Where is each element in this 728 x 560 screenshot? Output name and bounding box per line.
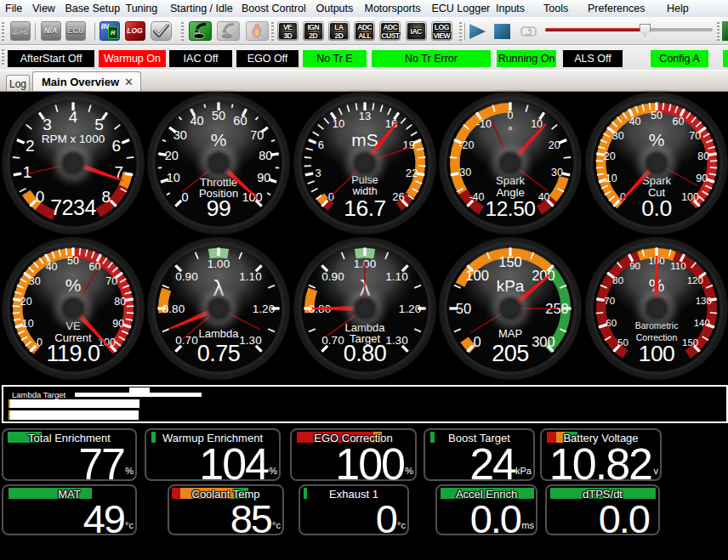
svg-text:20: 20 (549, 139, 560, 151)
svg-text:60: 60 (606, 318, 617, 328)
svg-text:50: 50 (67, 255, 79, 267)
svg-text:80: 80 (259, 149, 272, 162)
svg-text:16.7: 16.7 (344, 195, 386, 221)
svg-text:3: 3 (315, 167, 321, 179)
svg-text:20: 20 (604, 150, 616, 162)
svg-text:40: 40 (45, 261, 57, 273)
svg-text:1.30: 1.30 (240, 334, 262, 347)
svg-text:50: 50 (456, 301, 471, 316)
svg-text:10: 10 (21, 318, 33, 330)
svg-text:120: 120 (687, 275, 703, 286)
svg-text:110: 110 (670, 261, 685, 271)
svg-text:-20: -20 (459, 139, 475, 151)
svg-text:40: 40 (191, 114, 204, 127)
svg-text:30: 30 (612, 130, 624, 142)
svg-text:60: 60 (234, 114, 247, 127)
svg-text:RPM x 1000: RPM x 1000 (41, 133, 104, 145)
svg-text:150: 150 (682, 337, 698, 348)
svg-text:26: 26 (392, 190, 404, 203)
svg-text:1.20: 1.20 (253, 303, 275, 315)
svg-text:1.00: 1.00 (208, 257, 230, 270)
svg-text:10: 10 (606, 173, 617, 184)
svg-text:5: 5 (94, 116, 104, 133)
svg-text:0.0: 0.0 (641, 195, 671, 221)
svg-text:22: 22 (405, 167, 417, 179)
svg-text:Lambda: Lambda (199, 327, 240, 340)
svg-text:3: 3 (43, 116, 52, 133)
svg-text:50: 50 (651, 110, 663, 122)
svg-text:90: 90 (696, 173, 708, 184)
svg-text:10: 10 (332, 117, 344, 130)
svg-text:7234: 7234 (50, 195, 96, 219)
svg-text:°: ° (509, 124, 514, 138)
svg-text:60: 60 (672, 116, 684, 127)
svg-text:40: 40 (629, 116, 641, 127)
svg-text:119.0: 119.0 (46, 341, 100, 366)
svg-text:0.90: 0.90 (321, 270, 344, 283)
svg-text:-10: -10 (476, 118, 492, 130)
svg-text:0.80: 0.80 (344, 341, 387, 366)
svg-text:80: 80 (612, 275, 623, 286)
svg-text:30: 30 (28, 275, 40, 287)
svg-text:-40: -40 (469, 191, 485, 203)
svg-text:50: 50 (212, 109, 225, 122)
svg-text:30: 30 (551, 167, 563, 178)
svg-text:130: 130 (696, 296, 712, 306)
svg-text:100: 100 (639, 341, 675, 366)
svg-text:4: 4 (68, 108, 77, 126)
svg-text:0.90: 0.90 (176, 270, 198, 283)
svg-text:8: 8 (101, 188, 111, 206)
svg-text:13: 13 (359, 110, 371, 122)
svg-text:60: 60 (88, 261, 100, 273)
svg-text:300: 300 (532, 334, 556, 349)
svg-text:10: 10 (167, 171, 180, 184)
svg-text:80: 80 (114, 296, 126, 308)
svg-text:100: 100 (242, 190, 263, 204)
svg-text:0.70: 0.70 (321, 334, 344, 347)
svg-text:20: 20 (20, 296, 31, 308)
svg-text:70: 70 (250, 128, 264, 142)
svg-text:90: 90 (112, 318, 124, 330)
svg-text:1.10: 1.10 (240, 270, 262, 283)
svg-text:80: 80 (697, 150, 709, 162)
svg-text:205: 205 (492, 341, 530, 366)
svg-text:0: 0 (35, 188, 44, 206)
svg-text:140: 140 (694, 318, 710, 328)
svg-text:0.75: 0.75 (197, 341, 241, 366)
svg-text:6: 6 (317, 139, 323, 151)
svg-text:90: 90 (629, 261, 640, 271)
svg-text:0.80: 0.80 (162, 303, 185, 315)
svg-text:100: 100 (466, 268, 490, 283)
svg-text:90: 90 (257, 171, 270, 184)
svg-text:6: 6 (111, 137, 121, 155)
svg-text:20: 20 (165, 149, 179, 162)
svg-text:1.20: 1.20 (399, 303, 421, 315)
svg-text:-30: -30 (456, 167, 471, 178)
svg-text:150: 150 (499, 254, 523, 269)
svg-text:0: 0 (508, 110, 514, 122)
svg-text:70: 70 (105, 275, 117, 287)
svg-text:MAP: MAP (498, 327, 522, 340)
svg-text:2: 2 (26, 137, 35, 155)
svg-text:0: 0 (328, 190, 334, 203)
svg-text:0: 0 (37, 337, 43, 348)
svg-text:70: 70 (689, 130, 701, 142)
svg-text:1.10: 1.10 (385, 270, 407, 283)
svg-text:70: 70 (604, 296, 615, 306)
svg-text:30: 30 (173, 128, 187, 142)
svg-text:99: 99 (207, 195, 230, 221)
svg-text:40: 40 (538, 191, 550, 203)
svg-text:12.50: 12.50 (486, 197, 536, 220)
svg-text:100: 100 (681, 191, 699, 203)
svg-text:0: 0 (474, 334, 481, 349)
svg-text:50: 50 (617, 337, 628, 348)
svg-text:1.30: 1.30 (385, 334, 407, 347)
